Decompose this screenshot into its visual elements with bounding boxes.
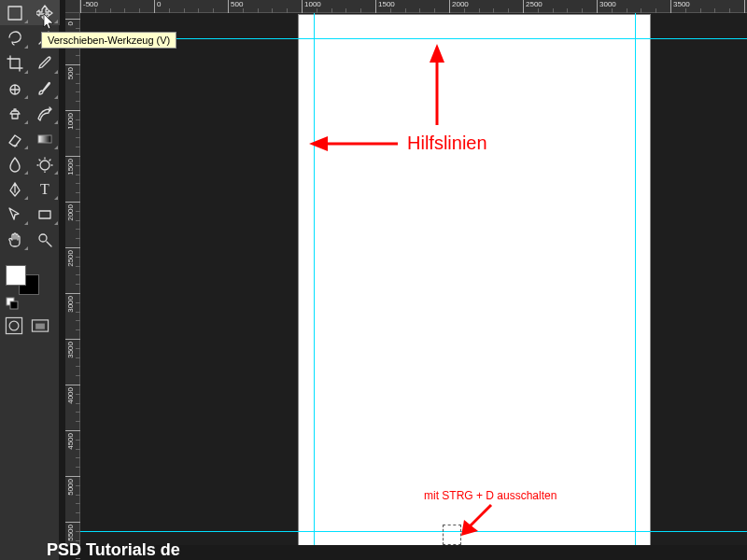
ruler-vertical[interactable]: 0500100015002000250030003500400045005000… [65, 13, 80, 545]
ruler-tick-label: 500 [67, 67, 75, 79]
ruler-tick-label: 1500 [378, 0, 395, 8]
ruler-tick: 3500 [65, 339, 80, 340]
rectangular-marquee-icon [7, 5, 23, 21]
path-selection-icon [7, 206, 23, 223]
move-tool[interactable] [30, 0, 60, 25]
ruler-tick: 1000 [65, 110, 80, 111]
ruler-tick: 2000 [65, 202, 80, 203]
svg-point-4 [9, 321, 19, 330]
type-tool[interactable]: T [30, 176, 60, 202]
path-selection-tool[interactable] [0, 202, 30, 227]
ruler-tick-label: 0 [67, 21, 75, 25]
ruler-tick-label: 2500 [526, 0, 543, 8]
crop-tool[interactable] [0, 50, 30, 76]
ruler-tick-label: 2500 [67, 250, 75, 267]
ruler-tick: 1500 [65, 156, 80, 157]
ruler-tick: -500 [80, 0, 81, 13]
ruler-tick: 500 [228, 0, 229, 13]
ruler-tick: 1000 [302, 0, 303, 13]
svg-rect-3 [6, 317, 21, 333]
ruler-tick: 3500 [670, 0, 671, 13]
ruler-tick: 3000 [597, 0, 598, 13]
ruler-horizontal[interactable]: -500050010001500200025003000350040004500 [80, 0, 747, 13]
ruler-tick: 2500 [65, 247, 80, 248]
ruler-tick-label: 4500 [67, 433, 75, 450]
clone-stamp-tool[interactable] [0, 101, 30, 126]
rectangular-marquee-tool[interactable] [0, 0, 30, 25]
guide-vertical[interactable] [635, 13, 636, 545]
ruler-tick: 0 [65, 19, 80, 20]
guide-horizontal[interactable] [80, 38, 747, 39]
eyedropper-tool[interactable] [30, 50, 60, 76]
tool-toolbar: T [0, 0, 60, 560]
brush-tool[interactable] [30, 76, 60, 101]
ruler-tick: 4000 [744, 0, 745, 13]
history-brush-tool[interactable] [30, 101, 60, 126]
type-icon: T [40, 181, 49, 198]
foreground-color-swatch[interactable] [6, 265, 26, 286]
canvas-area[interactable]: Hilfslinien mit STRG + D ausschalten [80, 13, 747, 545]
ruler-tick: 4500 [65, 430, 80, 431]
selection-marquee [443, 525, 461, 545]
ruler-tick: 2000 [449, 0, 450, 13]
ruler-tick-label: 2000 [452, 0, 469, 8]
ruler-tick: 5500 [65, 522, 80, 523]
guide-horizontal[interactable] [80, 531, 747, 532]
gradient-icon [36, 131, 53, 147]
tooltip-text: Verschieben-Werkzeug (V) [48, 35, 170, 46]
eraser-icon [7, 131, 23, 147]
ruler-tick-label: 1000 [304, 0, 321, 8]
ruler-tick-label: 3000 [67, 296, 75, 313]
healing-brush-icon [7, 80, 23, 97]
ruler-tick: 1500 [375, 0, 376, 13]
ruler-tick: 500 [65, 64, 80, 65]
tool-tooltip: Verschieben-Werkzeug (V) [41, 32, 176, 49]
move-icon [36, 5, 53, 21]
blur-tool[interactable] [0, 151, 30, 176]
dodge-icon [36, 156, 53, 173]
screenmode-icon[interactable] [30, 315, 50, 336]
ruler-origin-corner[interactable] [65, 0, 80, 13]
ruler-tick: 4000 [65, 385, 80, 385]
ruler-tick: 2500 [523, 0, 524, 13]
pen-icon [7, 181, 23, 198]
ruler-tick-label: -500 [83, 0, 98, 8]
rectangle-tool[interactable] [30, 202, 60, 227]
hand-tool[interactable] [0, 227, 30, 252]
zoom-tool[interactable] [30, 227, 60, 252]
ruler-tick-label: 2000 [67, 204, 75, 221]
pen-tool[interactable] [0, 176, 30, 202]
dodge-tool[interactable] [30, 151, 60, 176]
healing-brush-tool[interactable] [0, 76, 30, 101]
eraser-tool[interactable] [0, 126, 30, 151]
ruler-tick-label: 3500 [67, 342, 75, 358]
document-canvas[interactable] [299, 15, 650, 545]
lasso-icon [7, 30, 23, 47]
eyedropper-icon [36, 55, 53, 72]
color-swatches[interactable] [6, 265, 34, 293]
ruler-tick-label: 1500 [67, 159, 75, 175]
clone-stamp-icon [7, 105, 23, 122]
ruler-tick-label: 500 [231, 0, 243, 8]
ruler-tick-label: 5500 [67, 525, 75, 541]
quickmask-icon[interactable] [4, 315, 24, 336]
ruler-tick-label: 1000 [67, 113, 75, 130]
lasso-tool[interactable] [0, 25, 30, 50]
rectangle-icon [36, 206, 53, 223]
ruler-tick-label: 4000 [67, 387, 75, 404]
ruler-tick-label: 3000 [599, 0, 616, 8]
ruler-tick: 0 [154, 0, 155, 13]
ruler-tick: 5000 [65, 476, 80, 477]
svg-rect-6 [35, 324, 45, 329]
default-colors-icon[interactable] [6, 297, 19, 310]
ruler-tick-label: 3500 [673, 0, 690, 8]
svg-rect-0 [38, 135, 51, 143]
watermark-text: PSD Tutorials de [47, 540, 180, 560]
ruler-tick: 3000 [65, 293, 80, 294]
guide-vertical[interactable] [314, 13, 315, 545]
gradient-tool[interactable] [30, 126, 60, 151]
svg-rect-2 [10, 301, 18, 309]
history-brush-icon [36, 105, 53, 122]
ruler-tick-label: 0 [157, 0, 161, 8]
zoom-icon [36, 231, 53, 248]
